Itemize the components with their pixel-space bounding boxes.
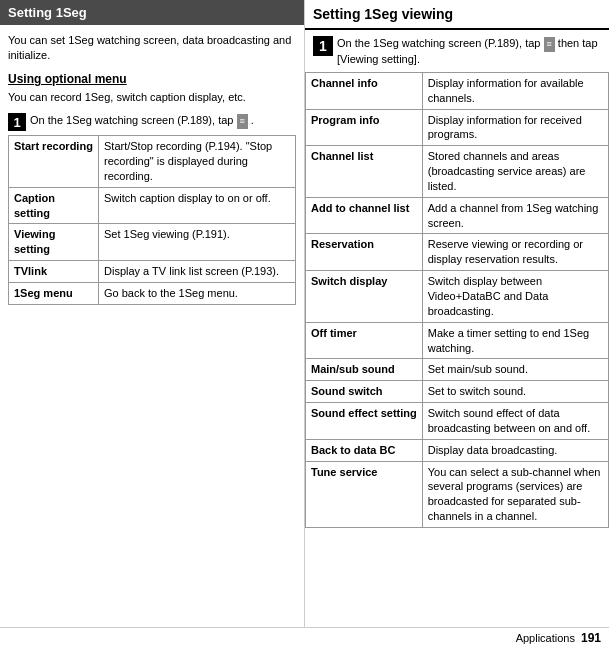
left-row-desc: Start/Stop recording (P.194). "Stop reco… bbox=[99, 136, 296, 188]
left-table-row: Viewing settingSet 1Seg viewing (P.191). bbox=[9, 224, 296, 261]
left-table-row: Caption settingSwitch caption display to… bbox=[9, 187, 296, 224]
optional-menu-desc: You can record 1Seg, switch caption disp… bbox=[8, 90, 296, 105]
right-row-desc: Reserve viewing or recording or display … bbox=[422, 234, 608, 271]
left-table-row: 1Seg menuGo back to the 1Seg menu. bbox=[9, 282, 296, 304]
page-footer: Applications 191 bbox=[0, 627, 609, 648]
right-row-desc: Set main/sub sound. bbox=[422, 359, 608, 381]
right-row-desc: Stored channels and areas (broadcasting … bbox=[422, 146, 608, 198]
right-table-row: Main/sub soundSet main/sub sound. bbox=[306, 359, 609, 381]
right-row-label: Sound effect setting bbox=[306, 403, 423, 440]
left-intro: You can set 1Seg watching screen, data b… bbox=[8, 33, 296, 64]
left-content: You can set 1Seg watching screen, data b… bbox=[0, 25, 304, 627]
right-row-desc: Make a timer setting to end 1Seg watchin… bbox=[422, 322, 608, 359]
right-row-desc: Switch sound effect of data broadcasting… bbox=[422, 403, 608, 440]
right-step1-text: On the 1Seg watching screen (P.189), tap… bbox=[337, 36, 601, 68]
left-table-row: TVlinkDisplay a TV link list screen (P.1… bbox=[9, 261, 296, 283]
left-menu-table: Start recordingStart/Stop recording (P.1… bbox=[8, 135, 296, 305]
right-table-row: Channel infoDisplay information for avai… bbox=[306, 72, 609, 109]
left-step1-text: On the 1Seg watching screen (P.189), tap… bbox=[30, 113, 254, 128]
right-row-label: Tune service bbox=[306, 461, 423, 527]
optional-menu-title: Using optional menu bbox=[8, 72, 296, 86]
right-row-desc: Add a channel from 1Seg watching screen. bbox=[422, 197, 608, 234]
right-row-desc: Display data broadcasting. bbox=[422, 439, 608, 461]
right-row-desc: Display information for received program… bbox=[422, 109, 608, 146]
right-table-row: Off timerMake a timer setting to end 1Se… bbox=[306, 322, 609, 359]
right-row-label: Channel info bbox=[306, 72, 423, 109]
left-row-label: Viewing setting bbox=[9, 224, 99, 261]
right-menu-table: Channel infoDisplay information for avai… bbox=[305, 72, 609, 528]
left-row-label: TVlink bbox=[9, 261, 99, 283]
left-row-desc: Set 1Seg viewing (P.191). bbox=[99, 224, 296, 261]
right-table-row: Program infoDisplay information for rece… bbox=[306, 109, 609, 146]
right-row-label: Off timer bbox=[306, 322, 423, 359]
footer-text: Applications bbox=[516, 632, 575, 644]
right-row-desc: Display information for available channe… bbox=[422, 72, 608, 109]
left-row-label: Caption setting bbox=[9, 187, 99, 224]
right-step1-number: 1 bbox=[313, 36, 333, 56]
left-header: Setting 1Seg bbox=[0, 0, 304, 25]
right-row-label: Switch display bbox=[306, 271, 423, 323]
left-step1-number: 1 bbox=[8, 113, 26, 131]
right-row-label: Channel list bbox=[306, 146, 423, 198]
left-row-desc: Display a TV link list screen (P.193). bbox=[99, 261, 296, 283]
right-row-label: Back to data BC bbox=[306, 439, 423, 461]
left-panel: Setting 1Seg You can set 1Seg watching s… bbox=[0, 0, 305, 627]
right-table-row: ReservationReserve viewing or recording … bbox=[306, 234, 609, 271]
right-row-label: Main/sub sound bbox=[306, 359, 423, 381]
right-row-desc: You can select a sub-channel when severa… bbox=[422, 461, 608, 527]
right-table-row: Add to channel listAdd a channel from 1S… bbox=[306, 197, 609, 234]
right-table-row: Sound effect settingSwitch sound effect … bbox=[306, 403, 609, 440]
right-row-label: Program info bbox=[306, 109, 423, 146]
left-row-label: 1Seg menu bbox=[9, 282, 99, 304]
left-table-row: Start recordingStart/Stop recording (P.1… bbox=[9, 136, 296, 188]
menu-icon-right: ≡ bbox=[544, 37, 555, 52]
right-row-label: Add to channel list bbox=[306, 197, 423, 234]
right-row-label: Sound switch bbox=[306, 381, 423, 403]
right-table-row: Back to data BCDisplay data broadcasting… bbox=[306, 439, 609, 461]
menu-icon-left: ≡ bbox=[237, 114, 248, 129]
right-row-desc: Switch display between Video+DataBC and … bbox=[422, 271, 608, 323]
footer-page: 191 bbox=[581, 631, 601, 645]
right-step1: 1 On the 1Seg watching screen (P.189), t… bbox=[305, 30, 609, 72]
left-row-desc: Go back to the 1Seg menu. bbox=[99, 282, 296, 304]
right-row-desc: Set to switch sound. bbox=[422, 381, 608, 403]
left-header-title: Setting 1Seg bbox=[8, 5, 87, 20]
left-step1-header: 1 On the 1Seg watching screen (P.189), t… bbox=[8, 113, 296, 131]
right-panel: Setting 1Seg viewing 1 On the 1Seg watch… bbox=[305, 0, 609, 627]
right-table-row: Tune serviceYou can select a sub-channel… bbox=[306, 461, 609, 527]
right-table-row: Switch displaySwitch display between Vid… bbox=[306, 271, 609, 323]
right-title: Setting 1Seg viewing bbox=[305, 0, 609, 30]
right-row-label: Reservation bbox=[306, 234, 423, 271]
left-row-desc: Switch caption display to on or off. bbox=[99, 187, 296, 224]
right-table-row: Channel listStored channels and areas (b… bbox=[306, 146, 609, 198]
right-table-row: Sound switchSet to switch sound. bbox=[306, 381, 609, 403]
left-row-label: Start recording bbox=[9, 136, 99, 188]
